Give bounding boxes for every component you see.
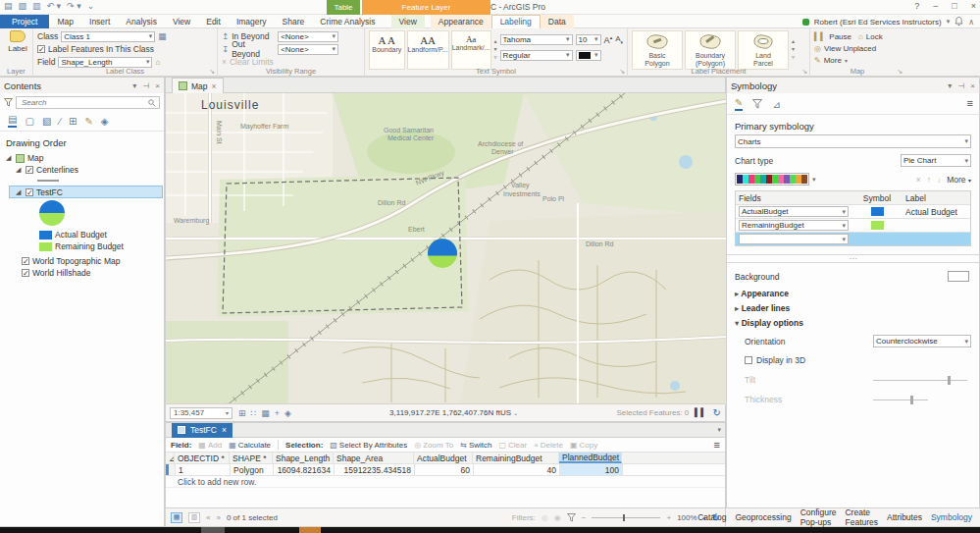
tab-map[interactable]: Map <box>49 15 81 28</box>
tilt-slider[interactable] <box>873 376 967 385</box>
font-name-combo[interactable]: Tahoma▾ <box>500 34 573 45</box>
field-combo-new[interactable]: ▾ <box>739 234 849 244</box>
out-beyond-combo[interactable]: <None>▾ <box>278 44 338 55</box>
pause-drawing-icon[interactable]: ▍▍ <box>695 408 706 417</box>
tab-labeling[interactable]: Labeling <box>491 15 541 28</box>
filter-selected-icon[interactable]: ◎ <box>542 513 548 522</box>
layer-item-testfc[interactable]: ◢✓ TestFC <box>9 186 163 198</box>
symbology-pin-icon[interactable]: ⊣ <box>957 81 964 90</box>
last-record-icon[interactable]: » <box>216 513 220 522</box>
form-view-icon[interactable]: ▥ <box>188 512 200 523</box>
tab-data[interactable]: Data <box>541 15 574 28</box>
remove-field-icon[interactable]: × <box>916 175 921 185</box>
text-color-picker[interactable]: ▾ <box>576 50 601 61</box>
hillshade-checkbox[interactable]: ✓ <box>22 269 29 277</box>
class-combo[interactable]: Class 1▾ <box>61 31 155 42</box>
link-create-features[interactable]: Create Features <box>845 507 878 527</box>
layer-item-world-topographic-map[interactable]: ✓ World Topographic Map <box>0 255 164 267</box>
copy-selection-button[interactable]: ▣Copy <box>570 441 597 450</box>
testfc-pie-symbol[interactable] <box>39 200 65 226</box>
testfc-checkbox[interactable]: ✓ <box>26 188 33 196</box>
zoom-percent[interactable]: 100% <box>677 513 696 522</box>
text-symbol-gallery-landmark[interactable]: Aa Landmark/... <box>451 30 491 70</box>
label-class-launcher-icon[interactable]: ↘ <box>209 68 215 76</box>
tab-share[interactable]: Share <box>275 15 313 28</box>
placement-gallery-land-parcel[interactable]: LandParcel <box>738 30 789 70</box>
tab-table-view[interactable]: View <box>391 15 425 28</box>
col-planned-budget[interactable]: PlannedBudget <box>559 453 622 463</box>
map-scale-combo[interactable]: 1:35,457▾ <box>170 407 232 419</box>
map-group-launcher-icon[interactable]: ↘ <box>897 68 903 76</box>
lock-button[interactable]: Lock <box>866 32 883 41</box>
table-zoom-slider[interactable] <box>592 513 660 522</box>
table-row[interactable]: 1 Polygon 16094.821634 15912235.434518 6… <box>166 464 725 476</box>
field-row-new[interactable]: ▾ <box>736 232 970 245</box>
remaining-symbol-swatch[interactable] <box>871 221 884 230</box>
contents-pin-icon[interactable]: ⊣ <box>142 81 149 90</box>
layout-icon[interactable]: ▦ <box>261 408 270 418</box>
contents-close-icon[interactable]: × <box>155 81 160 90</box>
text-symbol-gallery-landform[interactable]: AA Landform/P... <box>407 30 449 70</box>
thickness-slider[interactable] <box>873 396 967 404</box>
help-button[interactable]: ? <box>914 1 919 11</box>
link-attributes[interactable]: Attributes <box>887 512 922 522</box>
zoom-to-button[interactable]: ◎Zoom To <box>414 441 453 450</box>
col-objectid[interactable]: OBJECTID * <box>175 453 230 463</box>
filter-icon[interactable] <box>4 98 13 107</box>
symbology-close-icon[interactable]: × <box>970 81 975 90</box>
col-actual-budget[interactable]: ActualBudget <box>414 453 473 463</box>
label-features-checkbox[interactable]: ✓ <box>37 45 45 53</box>
list-by-data-source-icon[interactable]: ▢ <box>25 116 33 127</box>
link-configure-popups[interactable]: Configure Pop-ups <box>800 507 837 527</box>
color-scheme-combo[interactable] <box>735 173 809 186</box>
actual-symbol-swatch[interactable] <box>871 207 884 216</box>
section-leader-lines[interactable]: ▸ Leader lines <box>727 298 979 313</box>
add-field-button[interactable]: ▦Add <box>198 441 222 450</box>
delete-selection-button[interactable]: ×Delete <box>534 441 563 450</box>
table-tab-list-caret-icon[interactable]: ▾ <box>717 426 721 434</box>
user-menu-caret-icon[interactable]: ▾ <box>947 18 951 26</box>
font-style-combo[interactable]: Regular▾ <box>500 50 573 61</box>
in-beyond-combo[interactable]: <None>▾ <box>278 31 338 42</box>
layer-item-world-hillshade[interactable]: ✓ World Hillshade <box>0 267 164 279</box>
link-symbology[interactable]: Symbology <box>931 512 972 522</box>
calculate-button[interactable]: ▦Calculate <box>229 441 271 450</box>
tab-view[interactable]: View <box>165 15 198 28</box>
field-combo-actual[interactable]: ActualBudget▾ <box>739 206 849 217</box>
tab-edit[interactable]: Edit <box>198 15 229 28</box>
link-geoprocessing[interactable]: Geoprocessing <box>735 512 791 522</box>
list-by-snapping-icon[interactable]: ⊞ <box>69 116 77 127</box>
chart-type-combo[interactable]: Pie Chart▾ <box>901 154 971 167</box>
list-by-charts-icon[interactable]: ◈ <box>101 116 109 127</box>
more-button[interactable]: More <box>824 56 842 65</box>
pie-chart-symbol[interactable] <box>428 239 457 268</box>
shrink-text-icon[interactable]: A▾ <box>615 34 623 45</box>
display-in-3d-checkbox[interactable]: ✓ <box>745 356 752 364</box>
col-shape[interactable]: SHAPE * <box>230 453 273 463</box>
topo-checkbox[interactable]: ✓ <box>22 257 29 265</box>
move-down-icon[interactable]: ↓ <box>937 175 941 185</box>
map-tab-close-icon[interactable]: × <box>212 81 217 91</box>
centerlines-line-symbol[interactable] <box>37 180 59 182</box>
move-up-icon[interactable]: ↑ <box>927 175 931 185</box>
map-view-tab[interactable]: Map × <box>172 78 224 93</box>
section-display-options[interactable]: ▾ Display options <box>727 313 979 328</box>
tab-imagery[interactable]: Imagery <box>229 15 275 28</box>
contents-search[interactable] <box>16 96 160 109</box>
text-symbol-gallery-spinner[interactable]: ▴▾▿ <box>493 30 498 66</box>
primary-symbology-combo[interactable]: Charts▾ <box>735 134 971 148</box>
actual-label-cell[interactable]: Actual Budget <box>903 207 970 217</box>
close-button[interactable]: × <box>971 1 976 11</box>
table-view-icon[interactable]: ▦ <box>171 512 182 523</box>
list-by-selection-icon[interactable]: ▧ <box>42 116 51 127</box>
placement-gallery-boundary-polygon[interactable]: Boundary(Polygon) <box>685 30 736 70</box>
list-by-editing-icon[interactable]: ∕ <box>59 116 61 127</box>
filter-edited-icon[interactable]: ◉ <box>554 513 561 522</box>
collapse-ribbon-icon[interactable]: ∧ <box>968 18 974 27</box>
user-account[interactable]: Robert (Esri Ed Services Instructors) <box>814 18 942 27</box>
table-tab-close-icon[interactable]: × <box>222 425 227 435</box>
testfc-table-tab[interactable]: TestFC × <box>172 423 232 438</box>
col-shape-length[interactable]: Shape_Length <box>273 453 334 463</box>
table-menu-icon[interactable]: ≡ <box>714 439 720 451</box>
filter-funnel-icon[interactable] <box>567 513 576 522</box>
